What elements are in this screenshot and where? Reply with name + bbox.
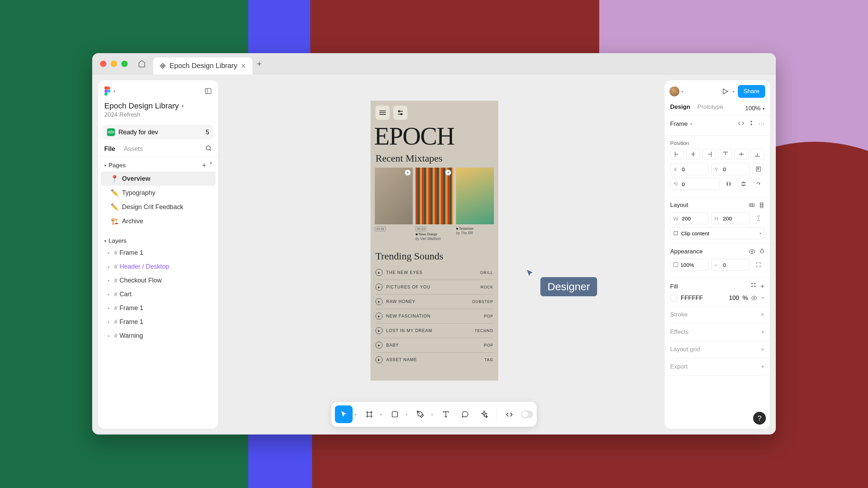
- close-tab-button[interactable]: ✕: [241, 62, 246, 70]
- pages-section-toggle[interactable]: ▾ Pages: [104, 162, 126, 169]
- add-fill-button[interactable]: +: [760, 282, 764, 291]
- add-icon[interactable]: +: [761, 346, 764, 353]
- fill-styles-button[interactable]: [751, 282, 756, 291]
- collapse-panel-button[interactable]: [204, 87, 212, 95]
- code-icon[interactable]: [738, 120, 744, 128]
- autolayout-h-button[interactable]: [749, 202, 755, 208]
- corner-radius-input[interactable]: ⌐0: [711, 259, 750, 271]
- chevron-down-icon[interactable]: ▾: [380, 413, 382, 416]
- visibility-icon[interactable]: [749, 248, 755, 255]
- opacity-input[interactable]: 100%: [670, 259, 708, 271]
- move-tool[interactable]: ▾: [335, 405, 353, 423]
- align-left-button[interactable]: [670, 149, 684, 159]
- text-tool[interactable]: [437, 405, 455, 423]
- canvas-frame[interactable]: EPOCH Recent Mixtapes + + 03:2505:33■ Ne…: [371, 101, 498, 381]
- absolute-position-button[interactable]: [752, 163, 764, 175]
- chevron-right-icon[interactable]: ▸: [108, 278, 112, 283]
- pen-tool[interactable]: ▾: [412, 405, 429, 423]
- align-center-v-button[interactable]: [734, 149, 748, 159]
- page-item[interactable]: 📍Overview: [101, 172, 216, 186]
- add-page-button[interactable]: +: [202, 161, 206, 170]
- component-icon[interactable]: [749, 120, 754, 128]
- x-input[interactable]: X0: [670, 163, 708, 175]
- flip-v-button[interactable]: [738, 178, 750, 190]
- frame-tool[interactable]: ▾: [361, 405, 378, 423]
- layer-item[interactable]: ▸#Frame 1: [101, 301, 216, 315]
- layer-item[interactable]: ▸#Frame 1: [101, 246, 216, 260]
- zoom-control[interactable]: 100% ▾: [745, 103, 764, 113]
- design-tab[interactable]: Design: [670, 103, 690, 113]
- remove-fill-button[interactable]: −: [761, 294, 764, 302]
- chevron-down-icon[interactable]: ▾: [182, 103, 184, 108]
- file-tab[interactable]: Epoch Design Library ✕: [153, 57, 252, 74]
- align-bottom-button[interactable]: [751, 149, 764, 159]
- layer-item[interactable]: ▸#Cart: [101, 287, 216, 301]
- figma-menu[interactable]: ▾: [104, 86, 116, 96]
- stroke-section[interactable]: Stroke+: [664, 306, 770, 324]
- width-input[interactable]: W200: [670, 212, 708, 224]
- layer-item[interactable]: ▸#Checkout Flow: [101, 274, 216, 287]
- chevron-right-icon[interactable]: ▸: [108, 251, 112, 255]
- page-options-button[interactable]: ▾: [210, 161, 212, 170]
- chevron-down-icon[interactable]: ▾: [431, 413, 433, 416]
- effects-section[interactable]: Effects+: [664, 324, 770, 341]
- layout-grid-section[interactable]: Layout grid+: [664, 341, 770, 358]
- add-icon[interactable]: +: [761, 329, 764, 336]
- fill-swatch[interactable]: [670, 295, 677, 302]
- constrain-proportions-button[interactable]: [752, 212, 764, 224]
- share-button[interactable]: Share: [738, 85, 765, 98]
- flip-h-button[interactable]: [723, 178, 735, 190]
- layer-item[interactable]: ▸#Header / Desktop: [101, 260, 216, 274]
- blend-mode-icon[interactable]: [760, 248, 764, 255]
- user-menu[interactable]: ▾: [669, 86, 683, 96]
- layer-item[interactable]: ▸#Frame 1: [101, 315, 216, 329]
- page-item[interactable]: 🏗️Archive: [101, 214, 216, 228]
- align-top-button[interactable]: [718, 149, 732, 159]
- clip-content-dropdown[interactable]: Clip content ▾: [670, 227, 764, 239]
- more-icon[interactable]: ⋯: [758, 120, 764, 128]
- chevron-right-icon[interactable]: ▸: [108, 306, 112, 310]
- export-section[interactable]: Export+: [664, 358, 770, 376]
- chevron-right-icon[interactable]: ▸: [108, 320, 112, 324]
- assets-tab[interactable]: Assets: [124, 145, 143, 153]
- chevron-right-icon[interactable]: ▸: [108, 264, 112, 269]
- page-item[interactable]: ✏️Design Crit Feedback: [101, 200, 216, 214]
- file-tab[interactable]: File: [104, 145, 115, 153]
- layers-section-toggle[interactable]: ▾ Layers: [104, 237, 127, 245]
- visibility-toggle[interactable]: [751, 295, 757, 301]
- frame-type-dropdown[interactable]: Frame ▾: [670, 120, 692, 128]
- rotation-input[interactable]: ⟲0: [670, 178, 720, 190]
- dev-mode-toggle[interactable]: [501, 405, 518, 423]
- chevron-down-icon[interactable]: ▾: [733, 90, 734, 94]
- y-input[interactable]: Y0: [711, 163, 750, 175]
- new-tab-button[interactable]: +: [257, 59, 262, 69]
- comment-tool[interactable]: [456, 405, 474, 423]
- fill-hex[interactable]: FFFFFF: [681, 295, 703, 302]
- height-input[interactable]: H200: [711, 212, 750, 224]
- home-button[interactable]: [134, 57, 150, 71]
- chevron-right-icon[interactable]: ▸: [108, 292, 112, 297]
- layer-item[interactable]: ▸#Warning: [101, 329, 216, 343]
- fill-opacity[interactable]: 100: [729, 295, 739, 302]
- chevron-down-icon[interactable]: ▾: [355, 413, 356, 416]
- actions-tool[interactable]: [475, 405, 493, 423]
- add-icon[interactable]: +: [761, 311, 764, 318]
- align-right-button[interactable]: [702, 149, 716, 159]
- dev-status-row[interactable]: </> Ready for dev 5: [103, 125, 213, 140]
- add-icon[interactable]: +: [761, 363, 764, 370]
- search-button[interactable]: [205, 145, 212, 152]
- prototype-tab[interactable]: Prototype: [697, 103, 723, 113]
- page-item[interactable]: ✏️Typography: [101, 186, 216, 200]
- minimize-window-button[interactable]: [111, 61, 117, 67]
- chevron-right-icon[interactable]: ▸: [108, 333, 112, 338]
- independent-corners-button[interactable]: [752, 259, 764, 271]
- shape-tool[interactable]: ▾: [386, 405, 404, 423]
- present-button[interactable]: [721, 88, 729, 95]
- align-center-h-button[interactable]: [686, 149, 700, 159]
- maximize-window-button[interactable]: [121, 61, 128, 67]
- rotate-90-button[interactable]: [752, 178, 764, 190]
- help-button[interactable]: ?: [753, 412, 766, 425]
- chevron-down-icon[interactable]: ▾: [406, 413, 407, 416]
- autolayout-v-button[interactable]: [759, 202, 764, 208]
- dev-mode-switch[interactable]: [521, 410, 533, 418]
